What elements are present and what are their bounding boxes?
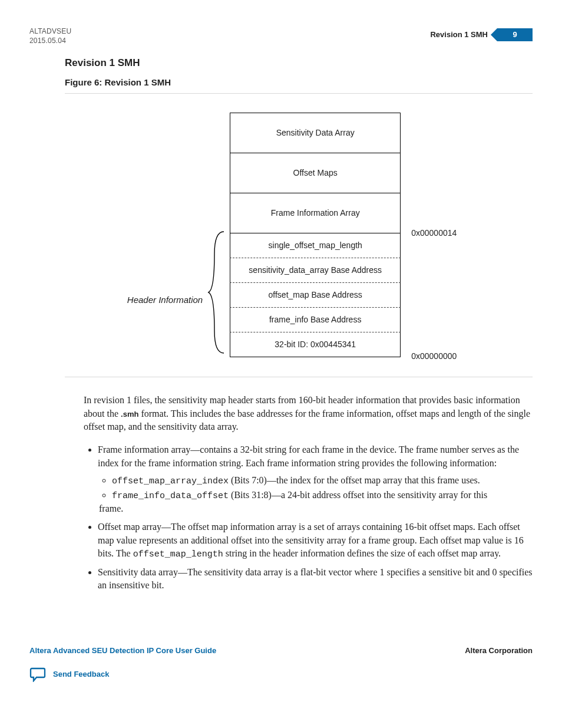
corporation-name: Altera Corporation bbox=[465, 645, 533, 656]
page-footer: Altera Advanced SEU Detection IP Core Us… bbox=[29, 645, 533, 682]
block-frame-info-array: Frame Information Array bbox=[230, 193, 401, 233]
sub-bullet-list: offset_map_array_index (Bits 7:0)—the in… bbox=[98, 474, 533, 516]
memory-block-stack: Sensitivity Data Array Offset Maps Frame… bbox=[230, 113, 401, 357]
block-frame-info-base-addr: frame_info Base Address bbox=[230, 308, 401, 332]
section-heading: Revision 1 SMH bbox=[65, 56, 533, 70]
sub-bullet-offset-map-index: offset_map_array_index (Bits 7:0)—the in… bbox=[112, 474, 533, 487]
bullet-sensitivity-array: Sensitivity data array—The sensitivity d… bbox=[98, 566, 533, 592]
page-number: 9 bbox=[497, 28, 533, 41]
bullet-frame-info-text: Frame information array—contains a 32-bi… bbox=[98, 444, 519, 468]
page-header: ALTADVSEU 2015.05.04 Revision 1 SMH 9 bbox=[29, 27, 533, 45]
guide-title-link[interactable]: Altera Advanced SEU Detection IP Core Us… bbox=[29, 645, 216, 656]
figure-caption: Figure 6: Revision 1 SMH bbox=[65, 76, 533, 88]
feedback-icon bbox=[29, 667, 46, 682]
bullet-offset-map-array: Offset map array—The offset map informat… bbox=[98, 521, 533, 561]
block-single-offset-map-length: single_offset_map_length bbox=[230, 233, 401, 258]
doc-date: 2015.05.04 bbox=[29, 37, 71, 46]
sub2-text-b: frame. bbox=[99, 502, 533, 516]
doc-id: ALTADVSEU bbox=[29, 27, 71, 37]
intro-after: format. This includes the base addresses… bbox=[84, 409, 530, 432]
addr-upper: 0x00000014 bbox=[411, 228, 457, 239]
sub1-text: (Bits 7:0)—the index for the offset map … bbox=[229, 475, 480, 485]
footer-row: Altera Advanced SEU Detection IP Core Us… bbox=[29, 645, 533, 656]
sub2-text-a: (Bits 31:8)—a 24-bit address offset into… bbox=[229, 490, 487, 500]
block-sensitivity-base-addr: sensitivity_data_array Base Address bbox=[230, 258, 401, 283]
address-column: 0x00000014 0x00000000 bbox=[405, 111, 470, 359]
block-sensitivity-data-array: Sensitivity Data Array bbox=[230, 113, 401, 153]
brace-label: Header Information bbox=[127, 294, 203, 306]
bullet-list: Frame information array—contains a 32-bi… bbox=[84, 443, 533, 592]
divider bbox=[65, 93, 533, 94]
send-feedback-link[interactable]: Send Feedback bbox=[53, 669, 109, 680]
block-offset-map-base-addr: offset_map Base Address bbox=[230, 283, 401, 308]
bullet-frame-info: Frame information array—contains a 32-bi… bbox=[98, 443, 533, 516]
header-right: Revision 1 SMH 9 bbox=[430, 27, 533, 42]
feedback-row[interactable]: Send Feedback bbox=[29, 667, 533, 682]
divider bbox=[65, 377, 533, 377]
curly-brace-icon bbox=[207, 230, 225, 354]
code-offset-map-length: offset_map_length bbox=[133, 549, 223, 559]
block-32bit-id: 32-bit ID: 0x00445341 bbox=[230, 332, 401, 357]
figure-diagram: Header Information Sensitivity Data Arra… bbox=[65, 111, 533, 359]
sub-bullet-frame-info-offset: frame_info_data_offset (Bits 31:8)—a 24-… bbox=[112, 489, 533, 516]
running-title: Revision 1 SMH bbox=[430, 27, 497, 42]
addr-lower: 0x00000000 bbox=[411, 351, 457, 363]
block-offset-maps: Offset Maps bbox=[230, 153, 401, 193]
header-left: ALTADVSEU 2015.05.04 bbox=[29, 27, 71, 45]
code-offset-map-array-index: offset_map_array_index bbox=[112, 476, 229, 486]
code-frame-info-data-offset: frame_info_data_offset bbox=[112, 491, 229, 501]
intro-paragraph: In revision 1 files, the sensitivity map… bbox=[84, 394, 533, 434]
smh-literal: .smh bbox=[121, 410, 138, 419]
offset-map-b: string in the header information defines… bbox=[223, 548, 501, 558]
